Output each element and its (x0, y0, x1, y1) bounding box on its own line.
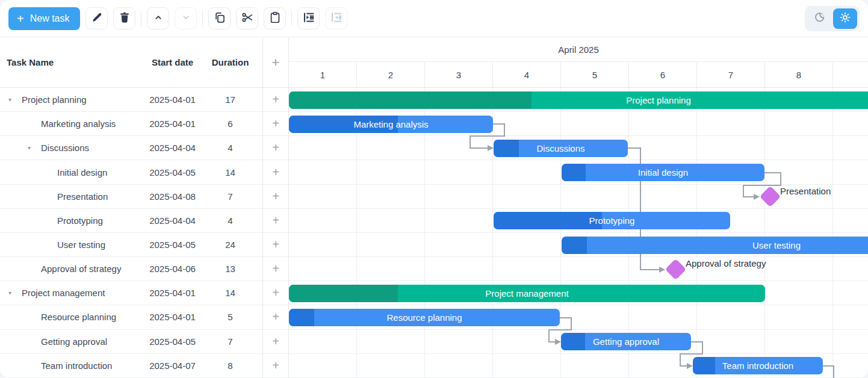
milestone-diamond[interactable] (759, 186, 780, 207)
milestone-diamond[interactable] (665, 259, 686, 280)
task-bar[interactable]: Team introduction (693, 357, 823, 374)
duration-cell: 14 (198, 288, 262, 298)
task-name-cell: Team introduction (0, 361, 147, 371)
day-cell: 3 (425, 62, 493, 88)
start-date-cell: 2025-04-04 (147, 143, 198, 153)
grid-row[interactable]: Team introduction2025-04-078 (0, 354, 262, 378)
task-name-label: Getting approval (41, 336, 107, 347)
move-down-button[interactable] (175, 7, 197, 29)
duration-cell: 24 (198, 240, 262, 250)
move-up-button[interactable] (147, 7, 169, 29)
duration-cell: 5 (198, 312, 262, 322)
column-header-start-date[interactable]: Start date (147, 57, 198, 67)
grid-row[interactable]: ▾Project management2025-04-0114 (0, 281, 262, 305)
cut-button[interactable] (236, 7, 258, 29)
task-name-label: Project planning (22, 94, 87, 105)
project-bar[interactable]: Project planning (289, 91, 868, 109)
start-date-cell: 2025-04-05 (147, 336, 198, 347)
start-date-cell: 2025-04-01 (147, 288, 198, 298)
add-subtask-button[interactable]: + (263, 330, 288, 354)
new-task-label: New task (30, 13, 70, 24)
paste-button[interactable] (264, 7, 286, 29)
outdent-button[interactable] (325, 7, 347, 29)
toolbar: + New task (0, 0, 868, 37)
add-subtask-button[interactable]: + (263, 305, 288, 329)
task-name-label: User testing (57, 240, 105, 250)
start-date-cell: 2025-04-05 (147, 167, 198, 178)
task-name-cell: Approval of strategy (0, 264, 147, 274)
collapse-icon[interactable]: ▾ (28, 144, 41, 151)
duration-cell: 8 (198, 361, 262, 371)
grid-row[interactable]: ▾Discussions2025-04-044 (0, 136, 262, 160)
add-column-button[interactable]: + (263, 37, 288, 88)
add-subtask-button[interactable]: + (263, 281, 288, 305)
task-bar[interactable]: User testing (562, 237, 868, 254)
start-date-cell: 2025-04-01 (147, 312, 198, 322)
bar-label: Initial design (562, 164, 764, 181)
grid-row[interactable]: Presentation2025-04-087 (0, 185, 262, 209)
task-name-label: Presentation (57, 191, 108, 202)
timeline-header: April 2025 12345678 (289, 37, 868, 88)
day-cell: 1 (289, 62, 357, 88)
add-subtask-button[interactable]: + (263, 160, 288, 184)
duration-cell: 6 (198, 119, 262, 129)
day-cell: 6 (629, 62, 697, 88)
task-name-cell: User testing (0, 240, 147, 250)
milestone-label: Presentation (780, 185, 831, 197)
task-name-cell: Resource planning (0, 312, 147, 322)
light-theme-button[interactable] (833, 8, 857, 29)
column-header-duration[interactable]: Duration (198, 57, 262, 67)
grid-row[interactable]: Getting approval2025-04-057 (0, 330, 262, 354)
indent-button[interactable] (297, 7, 320, 29)
start-date-cell: 2025-04-05 (147, 240, 198, 250)
grid-row[interactable]: User testing2025-04-0524 (0, 233, 262, 257)
grid-row[interactable]: Resource planning2025-04-015 (0, 305, 262, 329)
task-bar[interactable]: Discussions (494, 140, 628, 157)
day-scale: 12345678 (289, 62, 868, 88)
project-bar[interactable]: Project management (289, 285, 765, 302)
new-task-button[interactable]: + New task (8, 7, 80, 30)
task-bar[interactable]: Getting approval (561, 333, 691, 350)
collapse-icon[interactable]: ▾ (8, 96, 22, 103)
start-date-cell: 2025-04-01 (147, 119, 198, 129)
grid-row[interactable]: Prototyping2025-04-044 (0, 209, 262, 233)
scissors-icon (241, 11, 254, 26)
copy-button[interactable] (208, 7, 231, 29)
task-name-label: Project management (22, 288, 105, 298)
theme-toggle (805, 6, 860, 31)
bar-label: Resource planning (289, 309, 560, 326)
add-subtask-button[interactable]: + (263, 354, 288, 378)
start-date-cell: 2025-04-07 (147, 361, 198, 371)
plus-cells: ++++++++++++ (263, 88, 288, 378)
pencil-icon (90, 11, 104, 26)
task-bar[interactable]: Prototyping (494, 212, 730, 229)
dark-theme-button[interactable] (807, 8, 831, 29)
add-subtask-button[interactable]: + (263, 136, 288, 160)
duration-cell: 4 (198, 143, 262, 153)
day-cell: 5 (561, 62, 629, 88)
chevron-down-icon (179, 11, 193, 26)
copy-icon (213, 11, 226, 26)
toolbar-divider (141, 11, 141, 26)
add-subtask-button[interactable]: + (263, 112, 288, 136)
add-subtask-button[interactable]: + (263, 209, 288, 233)
grid-row[interactable]: Marketing analysis2025-04-016 (0, 112, 262, 136)
column-header-task-name[interactable]: Task Name (0, 57, 147, 67)
task-bar[interactable]: Resource planning (289, 309, 560, 326)
add-subtask-button[interactable]: + (263, 233, 288, 257)
day-cell: 7 (697, 62, 765, 88)
bar-label: Project planning (289, 91, 868, 109)
month-scale: April 2025 (289, 37, 868, 62)
edit-task-button[interactable] (85, 7, 108, 29)
task-bar[interactable]: Marketing analysis (289, 116, 493, 133)
grid-row[interactable]: Approval of strategy2025-04-0613 (0, 257, 262, 281)
delete-task-button[interactable] (113, 7, 135, 29)
add-subtask-button[interactable]: + (263, 257, 288, 281)
task-bar[interactable]: Initial design (562, 164, 764, 181)
grid-row[interactable]: ▾Project planning2025-04-0117 (0, 88, 262, 112)
collapse-icon[interactable]: ▾ (8, 290, 22, 296)
bar-label: User testing (562, 237, 868, 254)
add-subtask-button[interactable]: + (263, 185, 288, 209)
grid-row[interactable]: Initial design2025-04-0514 (0, 160, 262, 184)
add-subtask-button[interactable]: + (263, 88, 288, 112)
